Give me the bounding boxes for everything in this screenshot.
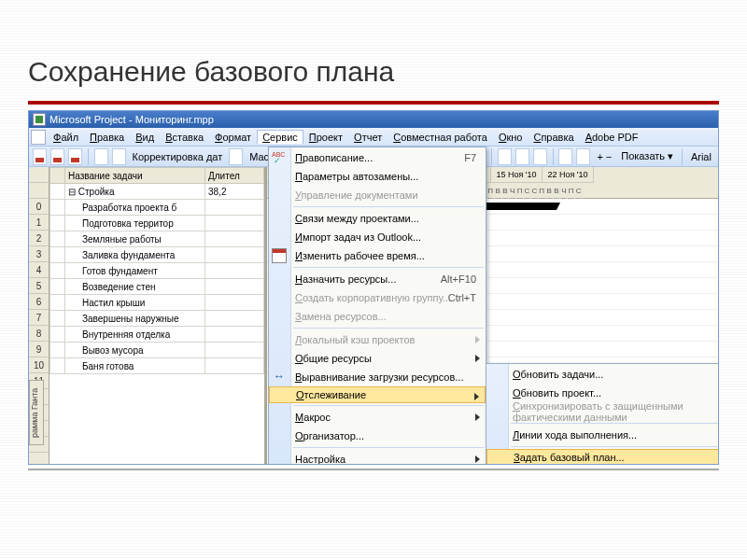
menu-item[interactable]: Выравнивание загрузки ресурсов... xyxy=(269,368,486,386)
view-tab-gantt[interactable]: рамма Ганта xyxy=(29,380,44,445)
menu-item: Управление документами xyxy=(269,186,486,204)
task-row[interactable]: Завершены наружные xyxy=(50,311,264,327)
menu-separator xyxy=(293,328,484,329)
menu-separator xyxy=(293,405,484,406)
zoom-out-icon[interactable] xyxy=(515,148,529,165)
abc-icon xyxy=(272,150,287,165)
task-row[interactable]: Готов фундамент xyxy=(50,263,264,279)
menu-файл[interactable]: Файл xyxy=(48,130,84,145)
window-title: Microsoft Project - Мониторинг.mpp xyxy=(49,114,214,125)
menu-item[interactable]: Связи между проектами... xyxy=(269,209,486,228)
menu-item[interactable]: Правописание...F7 xyxy=(269,148,486,167)
menu-item: Локальный кэш проектов xyxy=(269,330,486,349)
app-window: Microsoft Project - Мониторинг.mpp ФайлП… xyxy=(28,110,719,465)
menubar[interactable]: ФайлПравкаВидВставкаФорматСервисПроектОт… xyxy=(29,128,718,147)
submenu-arrow-icon xyxy=(475,355,480,362)
menu-item: Замена ресурсов... xyxy=(269,307,486,326)
menu-adobe pdf[interactable]: Adobe PDF xyxy=(580,130,644,145)
menu-справка[interactable]: Справка xyxy=(528,130,579,145)
titlebar: Microsoft Project - Мониторинг.mpp xyxy=(29,111,718,128)
task-row[interactable]: Вывоз мусора xyxy=(50,343,264,358)
task-row[interactable]: Разработка проекта б xyxy=(50,200,264,216)
menu-item[interactable]: Линии хода выполнения... xyxy=(486,426,719,444)
menu-item: Создать корпоративную группу...Ctrl+T xyxy=(269,288,486,307)
menu-сервис[interactable]: Сервис xyxy=(257,130,303,144)
slide-title: Сохранение базового плана xyxy=(28,56,719,88)
menu-вид[interactable]: Вид xyxy=(130,130,160,145)
menu-separator xyxy=(293,447,484,448)
menu-item[interactable]: Изменить рабочее время... xyxy=(269,246,486,265)
control-icon[interactable] xyxy=(31,130,46,145)
menu-item[interactable]: Обновить задачи... xyxy=(486,365,719,384)
bottom-rule xyxy=(28,469,719,470)
submenu-arrow-icon xyxy=(475,455,480,463)
menu-формат[interactable]: Формат xyxy=(209,130,257,145)
show-dropdown[interactable]: Показать ▾ xyxy=(618,150,676,162)
submenu-arrow-icon xyxy=(475,336,480,343)
task-row[interactable]: Внутренняя отделка xyxy=(50,327,264,343)
menu-item: Синхронизировать с защищенными фактическ… xyxy=(486,402,719,421)
menu-item[interactable]: Организатор... xyxy=(269,427,486,445)
separator xyxy=(491,148,492,165)
zoom-in-icon[interactable] xyxy=(498,148,512,165)
menu-окно[interactable]: Окно xyxy=(493,130,529,145)
task-row[interactable]: Заливка фундамента xyxy=(50,247,264,263)
week-header[interactable]: 15 Ноя '10 xyxy=(491,167,543,183)
submenu-arrow-icon xyxy=(475,413,480,421)
menu-отчет[interactable]: Отчет xyxy=(348,130,388,145)
menu-item[interactable]: Задать базовый план... xyxy=(486,449,719,465)
col-task-name[interactable]: Название задачи xyxy=(65,168,205,184)
week-header[interactable]: 22 Ноя '10 xyxy=(543,167,594,183)
tracking-submenu[interactable]: Обновить задачи...Обновить проект...Синх… xyxy=(486,363,719,465)
menu-item[interactable]: Импорт задач из Outlook... xyxy=(269,228,486,246)
menu-вставка[interactable]: Вставка xyxy=(160,130,209,145)
menu-проект[interactable]: Проект xyxy=(303,130,348,145)
pdf-icon[interactable] xyxy=(33,148,47,165)
font-select[interactable]: Arial xyxy=(688,151,714,162)
menu-item[interactable]: Общие ресурсы xyxy=(269,349,486,368)
tool-date-adjust[interactable]: Корректировка дат xyxy=(130,151,226,162)
red-rule xyxy=(28,101,719,105)
project-icon xyxy=(33,113,46,126)
menu-separator xyxy=(511,423,719,424)
menu-item[interactable]: Обновить проект... xyxy=(486,384,719,402)
submenu-arrow-icon xyxy=(474,393,479,400)
tool-icon[interactable] xyxy=(94,148,108,165)
task-row[interactable]: Баня готова xyxy=(50,358,264,374)
col-duration[interactable]: Длител xyxy=(205,168,264,184)
indent-icon[interactable] xyxy=(576,148,590,165)
menu-separator xyxy=(293,267,484,268)
task-row[interactable]: Земляные работы xyxy=(50,231,264,247)
menu-item[interactable]: Отслеживание xyxy=(269,386,486,403)
pdf-icon[interactable] xyxy=(50,148,64,165)
menu-item[interactable]: Назначить ресурсы...Alt+F10 xyxy=(269,270,486,288)
task-row[interactable]: ⊟ Стройка38,2 xyxy=(50,184,264,200)
menu-item[interactable]: Макрос xyxy=(269,408,486,427)
task-grid[interactable]: Название задачи Длител ⊟ Стройка38,2Разр… xyxy=(49,167,267,464)
outdent-icon[interactable] xyxy=(558,148,572,165)
menu-separator xyxy=(511,446,719,447)
separator xyxy=(88,148,89,165)
pdf-icon[interactable] xyxy=(68,148,82,165)
menu-item[interactable]: Параметры автозамены... xyxy=(269,167,486,186)
tool-icon[interactable] xyxy=(229,148,243,165)
tools-menu[interactable]: Правописание...F7Параметры автозамены...… xyxy=(268,147,486,465)
task-row[interactable]: Настил крыши xyxy=(50,295,264,311)
chain-icon[interactable] xyxy=(533,148,547,165)
separator xyxy=(682,148,683,165)
menu-item[interactable]: Настройка xyxy=(269,450,486,465)
col-indicators[interactable] xyxy=(50,168,65,184)
task-row[interactable]: Возведение стен xyxy=(50,279,264,295)
menu-separator xyxy=(293,206,484,207)
tool-icon[interactable] xyxy=(112,148,126,165)
menu-совместная работа[interactable]: Совместная работа xyxy=(388,130,493,145)
task-row[interactable]: Подготовка территор xyxy=(50,216,264,231)
arrL-icon xyxy=(272,370,287,385)
cal-icon xyxy=(272,248,287,263)
menu-правка[interactable]: Правка xyxy=(84,130,130,145)
separator xyxy=(553,148,554,165)
